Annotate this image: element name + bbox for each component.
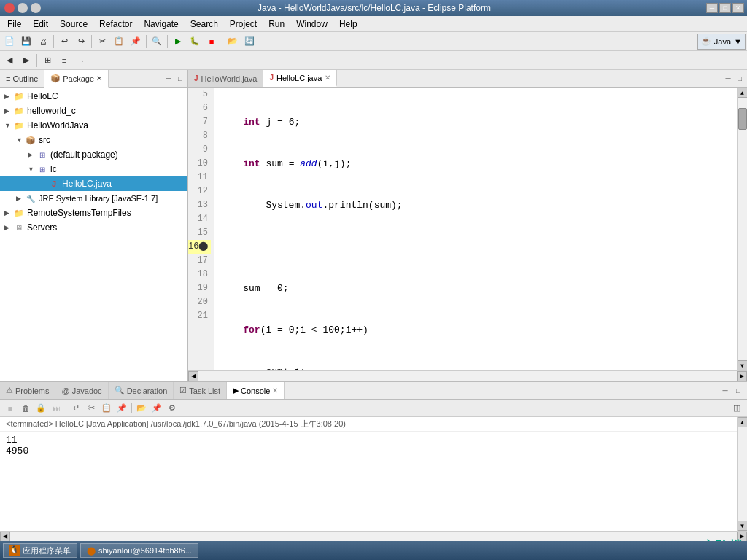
tb-cut-btn[interactable]: ✂	[94, 34, 110, 50]
menu-edit[interactable]: Edit	[27, 18, 54, 31]
console-scroll-down[interactable]: ▼	[738, 521, 748, 531]
tb-back-btn[interactable]: ◀	[1, 52, 18, 69]
tb-hierarchy-btn[interactable]: ⊞	[39, 52, 55, 69]
tab-outline[interactable]: ≡ Outline	[0, 70, 44, 87]
tb-copy-btn[interactable]: 📋	[111, 34, 127, 50]
hellolc-tab-close[interactable]: ✕	[325, 74, 330, 82]
package-close-icon[interactable]: ✕	[96, 74, 102, 82]
tree-item-hellolc[interactable]: ▶ 📁 HelloLC	[0, 89, 187, 104]
helloworld-java-icon: J	[194, 74, 198, 82]
line-9: 9	[188, 143, 211, 157]
panel-maximize-btn[interactable]: □	[174, 73, 186, 85]
tb-refresh-btn[interactable]: 🔄	[241, 34, 258, 50]
editor-minimize-btn[interactable]: ─	[722, 73, 734, 85]
tree-item-remote[interactable]: ▶ 📁 RemoteSystemsTempFiles	[0, 206, 187, 220]
console-clear-btn[interactable]: 🗑	[18, 402, 33, 415]
console-stop-btn[interactable]: ■	[3, 402, 18, 415]
console-scroll-left[interactable]: ◀	[0, 532, 10, 542]
console-word-wrap-btn[interactable]: ↵	[69, 402, 83, 415]
tb-next-edit-btn[interactable]: →	[73, 52, 89, 69]
editor-scrollbar-v[interactable]: ▲ ▼	[737, 88, 747, 370]
tb-forward-btn[interactable]: ▶	[18, 52, 34, 69]
eclipse-icon: ⬤	[87, 546, 96, 556]
scroll-up-arrow[interactable]: ▲	[738, 88, 748, 98]
tb-outline-btn[interactable]: ≡	[56, 52, 72, 69]
tab-problems[interactable]: ⚠ Problems	[0, 382, 55, 399]
menu-source[interactable]: Source	[54, 18, 93, 31]
close-window-button[interactable]	[4, 3, 15, 13]
line-14: 14	[188, 212, 211, 226]
console-close-icon[interactable]: ✕	[272, 386, 278, 394]
tb-new-btn[interactable]: 📄	[1, 34, 18, 50]
tab-tasklist[interactable]: ☑ Task List	[174, 382, 227, 399]
tb-print-btn[interactable]: 🖨	[35, 34, 51, 50]
tb-undo-btn[interactable]: ↩	[56, 34, 72, 50]
console-copy-btn[interactable]: 📋	[99, 402, 114, 415]
console-side-btn[interactable]: ◫	[729, 402, 744, 415]
tree-item-servers[interactable]: ▶ 🖥 Servers	[0, 220, 187, 235]
menu-run[interactable]: Run	[263, 18, 290, 31]
tab-javadoc[interactable]: @ Javadoc	[55, 382, 108, 399]
editor-scrollbar-h[interactable]: ◀ ▶	[188, 370, 747, 381]
scroll-down-arrow[interactable]: ▼	[738, 360, 748, 370]
taskbar-eclipse[interactable]: ⬤ shiyanlou@56914fbb8f6...	[80, 543, 198, 558]
taskbar-app-menu[interactable]: 🐧 应用程序菜单	[3, 543, 77, 558]
console-settings-btn[interactable]: ⚙	[165, 402, 179, 415]
console-scroll-end-btn[interactable]: ⏭	[49, 402, 63, 415]
bottom-minimize-btn[interactable]: ─	[719, 385, 731, 397]
menu-help[interactable]: Help	[333, 18, 363, 31]
tb-paste-btn[interactable]: 📌	[128, 34, 144, 50]
panel-minimize-btn[interactable]: ─	[163, 73, 174, 85]
tb-save-btn[interactable]: 💾	[18, 34, 34, 50]
tree-item-helloworldc[interactable]: ▶ 📁 helloworld_c	[0, 104, 187, 118]
perspective-icon: ☕	[701, 36, 711, 46]
tab-hellolc-java[interactable]: J HelloLC.java ✕	[263, 70, 337, 87]
menu-refactor[interactable]: Refactor	[93, 18, 138, 31]
win-maximize-btn[interactable]: □	[719, 3, 731, 13]
tab-package[interactable]: 📦 Package ✕	[44, 70, 109, 88]
tab-console[interactable]: ▶ Console ✕	[227, 382, 285, 399]
scroll-right-arrow[interactable]: ▶	[737, 371, 747, 381]
tab-declaration[interactable]: 🔍 Declaration	[109, 382, 174, 399]
console-cut-btn[interactable]: ✂	[84, 402, 98, 415]
menu-navigate[interactable]: Navigate	[138, 18, 184, 31]
console-open-btn[interactable]: 📂	[134, 402, 149, 415]
h-scroll-track	[198, 372, 737, 381]
menu-search[interactable]: Search	[185, 18, 224, 31]
tree-item-src[interactable]: ▼ 📦 src	[0, 133, 187, 147]
scroll-left-arrow[interactable]: ◀	[188, 371, 198, 381]
tree-item-hellolc-java[interactable]: J HelloLC.java	[0, 176, 187, 191]
tb-debug-btn[interactable]: 🐛	[187, 34, 203, 50]
javadoc-icon: @	[61, 386, 69, 395]
code-content[interactable]: int j = 6; int sum = add(i,j); System.ou…	[214, 88, 737, 370]
console-scrollbar-h[interactable]: ◀ ▶	[0, 531, 747, 541]
console-scroll-lock-btn[interactable]: 🔒	[34, 402, 48, 415]
tree-item-lc[interactable]: ▼ ⊞ lc	[0, 162, 187, 176]
tree-item-default-pkg[interactable]: ▶ ⊞ (default package)	[0, 147, 187, 162]
tb-run-btn[interactable]: ▶	[170, 34, 186, 50]
editor-maximize-btn[interactable]: □	[734, 73, 746, 85]
tb-redo-btn[interactable]: ↪	[73, 34, 89, 50]
tab-helloworld-java[interactable]: J HelloWorld.java	[188, 70, 263, 87]
tree-item-helloworldjava[interactable]: ▼ 📁 HelloWorldJava	[0, 118, 187, 133]
console-pin-btn[interactable]: 📌	[150, 402, 164, 415]
console-scroll-up[interactable]: ▲	[738, 417, 748, 427]
console-scrollbar-v[interactable]: ▲ ▼	[737, 417, 747, 531]
console-output[interactable]: 11 4950	[0, 432, 737, 531]
tb-search-btn[interactable]: 🔍	[149, 34, 165, 50]
menu-project[interactable]: Project	[224, 18, 263, 31]
console-paste-btn[interactable]: 📌	[115, 402, 129, 415]
perspective-selector[interactable]: ☕ Java ▼	[697, 34, 746, 50]
bottom-maximize-btn[interactable]: □	[732, 385, 744, 397]
tb-stop-btn[interactable]: ■	[204, 34, 220, 50]
tb-open-btn[interactable]: 📂	[225, 34, 241, 50]
menu-window[interactable]: Window	[290, 18, 333, 31]
tree-item-jre[interactable]: ▶ 🔧 JRE System Library [JavaSE-1.7]	[0, 191, 187, 206]
win-minimize-btn[interactable]: ─	[706, 3, 718, 13]
minimize-window-button[interactable]	[18, 3, 28, 13]
menu-file[interactable]: File	[1, 18, 27, 31]
tasklist-label: Task List	[189, 386, 220, 395]
scroll-thumb[interactable]	[738, 108, 747, 130]
maximize-window-button[interactable]	[31, 3, 41, 13]
win-close-btn[interactable]: ✕	[732, 3, 744, 13]
